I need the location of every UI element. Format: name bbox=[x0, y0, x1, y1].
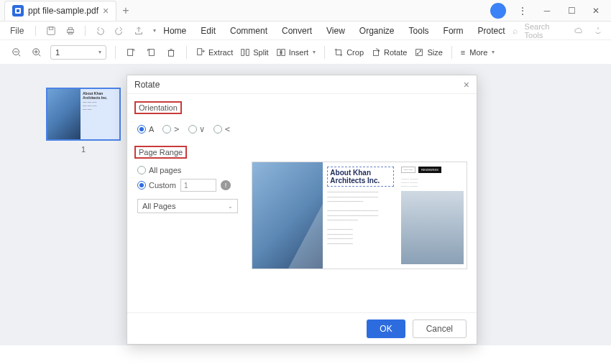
tab-edit[interactable]: Edit bbox=[201, 26, 216, 36]
dialog-close-icon[interactable]: × bbox=[464, 79, 469, 90]
zoom-in-icon[interactable] bbox=[30, 46, 43, 59]
orientation-radio-0[interactable]: A bbox=[137, 125, 154, 134]
tab-close-icon[interactable]: × bbox=[103, 5, 109, 17]
window-controls: ⋮ ─ ☐ ✕ bbox=[483, 3, 611, 19]
tab-protect[interactable]: Protect bbox=[478, 26, 505, 36]
thumb-1-title: About Khan Architects Inc. bbox=[83, 91, 117, 100]
page-range-all-radio[interactable]: All pages bbox=[137, 166, 235, 174]
tab-organize[interactable]: Organize bbox=[359, 26, 395, 36]
save-icon[interactable] bbox=[45, 24, 57, 37]
tab-tools[interactable]: Tools bbox=[409, 26, 429, 36]
page-number-input[interactable]: 1▾ bbox=[50, 45, 106, 60]
thumb-page-1[interactable]: About Khan Architects Inc. ── ── ──── ──… bbox=[46, 88, 121, 154]
print-icon[interactable] bbox=[64, 24, 76, 37]
title-bar: ppt file-sample.pdf × + ⋮ ─ ☐ ✕ bbox=[0, 0, 611, 22]
size-button[interactable]: Size bbox=[414, 47, 442, 57]
document-tab[interactable]: ppt file-sample.pdf × bbox=[4, 1, 116, 21]
svg-rect-14 bbox=[128, 49, 133, 55]
split-button[interactable]: Split bbox=[240, 47, 268, 57]
tab-home[interactable]: Home bbox=[163, 26, 186, 36]
ok-button[interactable]: OK bbox=[367, 319, 405, 338]
menu-bar: File ▾ Home Edit Comment Convert View Or… bbox=[0, 22, 611, 40]
crop-button[interactable]: Crop bbox=[334, 47, 364, 57]
rotate-right-page-icon[interactable] bbox=[144, 46, 157, 59]
insert-button[interactable]: Insert▾ bbox=[276, 47, 316, 57]
svg-line-11 bbox=[39, 54, 41, 56]
redo-icon[interactable] bbox=[114, 24, 126, 37]
close-window-icon[interactable]: ✕ bbox=[588, 3, 604, 19]
svg-rect-27 bbox=[374, 50, 379, 55]
maximize-icon[interactable]: ☐ bbox=[564, 3, 579, 19]
dialog-title: Rotate bbox=[134, 80, 160, 90]
orientation-radio-180[interactable]: ∨ bbox=[188, 124, 205, 134]
orientation-radios: A > ∨ < bbox=[137, 124, 235, 134]
rotate-dialog: Rotate × Orientation A > ∨ < Page Range … bbox=[127, 75, 477, 345]
menu-caret-icon[interactable]: ▾ bbox=[153, 27, 156, 34]
preview-badge-reviews: REVIEWSSS bbox=[418, 167, 441, 173]
svg-rect-3 bbox=[49, 27, 52, 29]
svg-rect-20 bbox=[242, 49, 244, 55]
delete-page-icon[interactable] bbox=[165, 46, 178, 59]
preview-badge-1: ── ── bbox=[401, 167, 415, 173]
organize-toolbar: 1▾ Extract Split Insert▾ Crop Rotate Siz… bbox=[0, 40, 611, 65]
tab-convert[interactable]: Convert bbox=[282, 26, 312, 36]
file-menu[interactable]: File bbox=[7, 24, 27, 37]
preview-sub-image bbox=[401, 191, 464, 264]
minimize-icon[interactable]: ─ bbox=[539, 3, 555, 19]
page-range-custom-radio[interactable]: Custom bbox=[137, 181, 176, 190]
preview-building-image bbox=[252, 162, 323, 269]
svg-rect-16 bbox=[169, 50, 174, 56]
rotate-button[interactable]: Rotate bbox=[371, 47, 407, 57]
preview-heading: About Khan Architects Inc. bbox=[327, 167, 393, 187]
orientation-radio-270[interactable]: < bbox=[213, 124, 230, 134]
orientation-radio-90[interactable]: > bbox=[162, 124, 179, 134]
svg-line-8 bbox=[19, 54, 21, 56]
tab-comment[interactable]: Comment bbox=[230, 26, 267, 36]
cloud-icon[interactable] bbox=[573, 24, 584, 37]
page-range-label: Page Range bbox=[134, 146, 187, 159]
new-tab-button[interactable]: + bbox=[122, 4, 129, 17]
workspace: About Khan Architects Inc. ── ── ──── ──… bbox=[0, 65, 611, 345]
dialog-preview: About Khan Architects Inc. ─────────────… bbox=[242, 94, 477, 312]
undo-icon[interactable] bbox=[94, 24, 106, 37]
cancel-button[interactable]: Cancel bbox=[413, 319, 467, 338]
svg-rect-1 bbox=[17, 9, 19, 12]
search-tools-input[interactable]: Search Tools bbox=[525, 22, 566, 39]
svg-rect-19 bbox=[198, 48, 202, 55]
zoom-out-icon[interactable] bbox=[10, 46, 23, 59]
extract-button[interactable]: Extract bbox=[196, 47, 233, 57]
more-button[interactable]: ≡More▾ bbox=[461, 48, 495, 57]
page-range-custom-input[interactable] bbox=[180, 179, 216, 192]
kebab-menu-icon[interactable]: ⋮ bbox=[515, 3, 530, 19]
app-logo-icon bbox=[12, 5, 24, 17]
svg-rect-15 bbox=[149, 49, 154, 55]
info-badge-icon: ! bbox=[221, 180, 231, 190]
user-avatar[interactable] bbox=[490, 3, 506, 19]
orientation-label: Orientation bbox=[134, 101, 182, 114]
tab-view[interactable]: View bbox=[326, 26, 345, 36]
svg-rect-2 bbox=[47, 27, 55, 34]
share-icon[interactable] bbox=[132, 24, 144, 37]
rotate-left-page-icon[interactable] bbox=[124, 46, 137, 59]
tab-filename: ppt file-sample.pdf bbox=[28, 6, 98, 16]
svg-rect-5 bbox=[68, 27, 72, 29]
search-magnifier-icon: ⌕ bbox=[513, 26, 518, 36]
svg-rect-21 bbox=[247, 49, 249, 55]
tab-form[interactable]: Form bbox=[444, 26, 464, 36]
sync-icon[interactable] bbox=[592, 24, 604, 37]
page-range-select[interactable]: All Pages⌄ bbox=[137, 199, 238, 213]
thumb-1-number: 1 bbox=[46, 145, 121, 154]
